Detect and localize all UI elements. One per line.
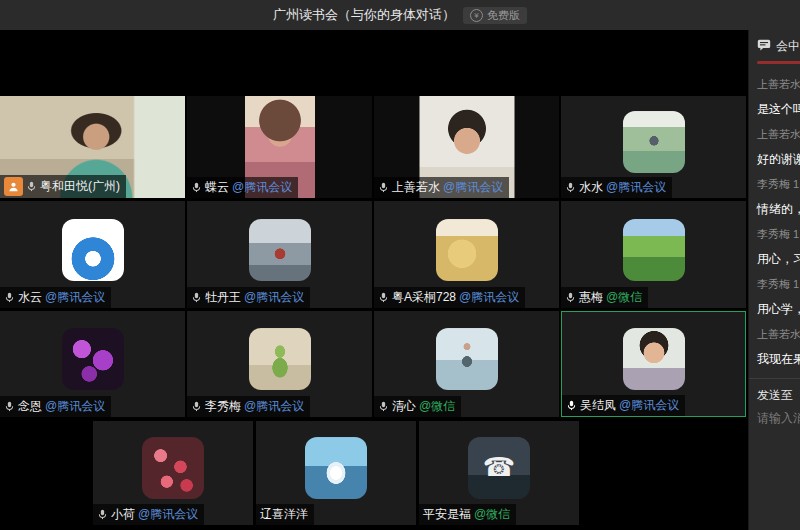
chat-header-title: 会中聊天: [776, 38, 800, 55]
participant-platform: @腾讯会议: [244, 398, 304, 415]
participant-tile-14[interactable]: 辽喜洋洋: [256, 421, 416, 525]
participant-name-label: 粤A采桐728 @腾讯会议: [374, 287, 525, 308]
participant-video: [436, 328, 498, 390]
chat-message: 上善若水 我现在果: [757, 322, 800, 372]
participant-tile-6[interactable]: 牡丹王 @腾讯会议: [187, 201, 372, 308]
send-to-label: 发送至: [757, 388, 793, 402]
chat-send-area: 发送至 所有人: [749, 378, 800, 426]
participant-tile-12[interactable]: 吴结凤 @腾讯会议: [561, 311, 746, 417]
participant-name-label: 念恩 @腾讯会议: [0, 396, 111, 417]
participant-platform: @微信: [474, 506, 510, 523]
person-icon: [4, 177, 23, 196]
participant-name-label: 平安是福 @微信: [419, 504, 516, 525]
chat-message: 上善若水 是这个吗: [757, 72, 800, 122]
participant-tile-15[interactable]: ☎ 平安是福 @微信: [419, 421, 579, 525]
chat-message-text: 是这个吗: [757, 97, 800, 122]
participant-name: 水水: [579, 179, 603, 196]
participant-video: [249, 328, 311, 390]
coin-icon: ¥: [470, 9, 483, 22]
participant-video: ☎: [468, 437, 530, 499]
participant-name-label: 粤和田悦(广州): [0, 175, 126, 198]
chat-message: 李秀梅 1 用心，习: [757, 222, 800, 272]
participant-video: [305, 437, 367, 499]
participant-name: 平安是福: [423, 506, 471, 523]
participant-platform: @腾讯会议: [459, 289, 519, 306]
participant-platform: @腾讯会议: [232, 179, 292, 196]
meeting-title: 广州读书会（与你的身体对话）: [273, 6, 455, 24]
participant-name: 蝶云: [205, 179, 229, 196]
free-version-badge[interactable]: ¥ 免费版: [463, 7, 527, 24]
chat-bubble-icon: [757, 39, 771, 54]
participant-tile-13[interactable]: 小荷 @腾讯会议: [93, 421, 253, 525]
participant-video: [142, 437, 204, 499]
participant-platform: @腾讯会议: [138, 506, 198, 523]
participant-platform: @腾讯会议: [45, 289, 105, 306]
participant-name: 水云: [18, 289, 42, 306]
participant-platform: @腾讯会议: [619, 397, 679, 414]
chat-message-sender: 李秀梅 1: [757, 272, 800, 297]
participant-tile-3[interactable]: 上善若水 @腾讯会议: [374, 96, 559, 198]
participant-video: [623, 219, 685, 281]
participant-video: [62, 328, 124, 390]
participant-name-label: 清心 @微信: [374, 396, 461, 417]
participant-platform: @腾讯会议: [244, 289, 304, 306]
participant-name-label: 惠梅 @微信: [561, 287, 648, 308]
participant-name-label: 上善若水 @腾讯会议: [374, 177, 509, 198]
participant-video: [249, 219, 311, 281]
participant-name: 小荷: [111, 506, 135, 523]
participant-name: 上善若水: [392, 179, 440, 196]
chat-message-sender: 上善若水: [757, 72, 800, 97]
mic-icon: [4, 401, 15, 412]
participant-name: 惠梅: [579, 289, 603, 306]
participant-name-label: 吴结凤 @腾讯会议: [562, 395, 685, 416]
mic-icon: [565, 292, 576, 303]
chat-message-text: 用心，习: [757, 247, 800, 272]
chat-message-text: 我现在果: [757, 347, 800, 372]
participant-platform: @微信: [606, 289, 642, 306]
chat-message-sender: 上善若水: [757, 122, 800, 147]
chat-message-sender: 李秀梅 1: [757, 222, 800, 247]
mic-icon: [378, 292, 389, 303]
participant-name: 牡丹王: [205, 289, 241, 306]
participant-tile-1[interactable]: 粤和田悦(广州): [0, 96, 185, 198]
participant-tile-4[interactable]: 水水 @腾讯会议: [561, 96, 746, 198]
mic-icon: [565, 182, 576, 193]
participant-name: 辽喜洋洋: [260, 506, 308, 523]
participant-platform: @微信: [419, 398, 455, 415]
participant-tile-2[interactable]: 蝶云 @腾讯会议: [187, 96, 372, 198]
chat-message-input[interactable]: [757, 411, 800, 425]
chat-message: 李秀梅 1 情绪的，: [757, 172, 800, 222]
chat-panel: 会中聊天 上善若水 是这个吗 上善若水 好的谢谢 李秀梅 1 情绪的， 李秀梅 …: [748, 30, 800, 530]
video-grid: 粤和田悦(广州) 蝶云 @腾讯会议: [0, 30, 748, 530]
participant-video: [436, 219, 498, 281]
participant-tile-9[interactable]: 念恩 @腾讯会议: [0, 311, 185, 417]
chat-message: 上善若水 好的谢谢: [757, 122, 800, 172]
mic-icon: [378, 401, 389, 412]
mic-icon: [26, 181, 37, 192]
participant-tile-11[interactable]: 清心 @微信: [374, 311, 559, 417]
participant-name-label: 蝶云 @腾讯会议: [187, 177, 298, 198]
participant-name: 清心: [392, 398, 416, 415]
mic-icon: [4, 292, 15, 303]
participant-name: 李秀梅: [205, 398, 241, 415]
chat-message-text: 好的谢谢: [757, 147, 800, 172]
participant-name: 念恩: [18, 398, 42, 415]
mic-icon: [191, 401, 202, 412]
participant-name: 粤和田悦(广州): [40, 178, 120, 195]
mic-icon: [378, 182, 389, 193]
participant-tile-8[interactable]: 惠梅 @微信: [561, 201, 746, 308]
chat-message-text: 情绪的，: [757, 197, 800, 222]
participant-video: [62, 219, 124, 281]
chat-message-text: 用心学，: [757, 297, 800, 322]
participant-tile-7[interactable]: 粤A采桐728 @腾讯会议: [374, 201, 559, 308]
participant-platform: @腾讯会议: [443, 179, 503, 196]
chat-message-list: 上善若水 是这个吗 上善若水 好的谢谢 李秀梅 1 情绪的， 李秀梅 1 用心，…: [757, 72, 800, 372]
chat-message: 李秀梅 1 用心学，: [757, 272, 800, 322]
participant-tile-5[interactable]: 水云 @腾讯会议: [0, 201, 185, 308]
participant-tile-10[interactable]: 李秀梅 @腾讯会议: [187, 311, 372, 417]
participant-name-label: 水水 @腾讯会议: [561, 177, 672, 198]
chat-message-sender: 李秀梅 1: [757, 172, 800, 197]
participant-name-label: 牡丹王 @腾讯会议: [187, 287, 310, 308]
mic-icon: [191, 182, 202, 193]
participant-name-label: 水云 @腾讯会议: [0, 287, 111, 308]
